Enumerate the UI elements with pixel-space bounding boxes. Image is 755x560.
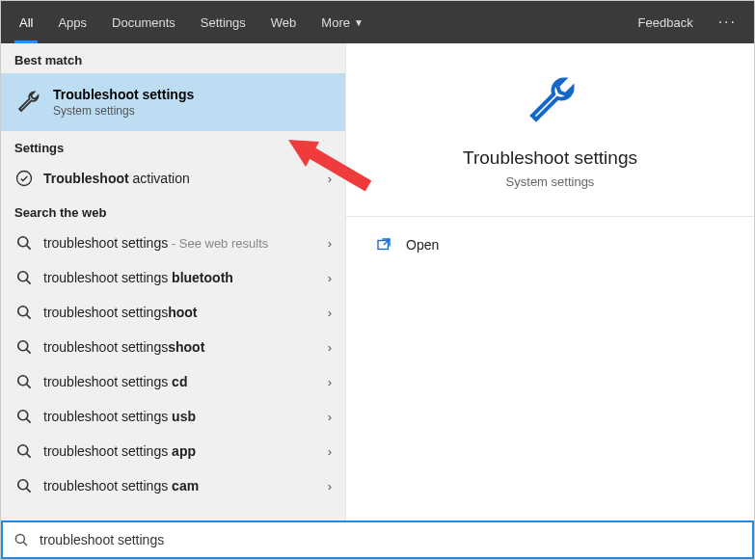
web-result-item[interactable]: troubleshoot settings cam› — [1, 468, 345, 503]
web-result-item[interactable]: troubleshoot settings cd› — [1, 364, 345, 399]
chevron-right-icon: › — [328, 340, 332, 355]
chevron-right-icon: › — [328, 410, 332, 424]
result-text: troubleshoot settings app — [43, 443, 328, 459]
tab-label: All — [19, 15, 33, 30]
svg-point-13 — [18, 445, 28, 455]
web-result-item[interactable]: troubleshoot settings bluetooth› — [1, 260, 345, 295]
tab-settings[interactable]: Settings — [188, 1, 258, 43]
web-result-item[interactable]: troubleshoot settingsshoot› — [1, 330, 345, 364]
search-icon — [14, 476, 34, 495]
chevron-down-icon: ▼ — [354, 17, 364, 28]
svg-line-8 — [27, 350, 31, 354]
tab-label: Web — [271, 15, 297, 30]
tab-label: Documents — [112, 15, 175, 30]
svg-line-10 — [27, 385, 31, 388]
svg-point-5 — [18, 307, 28, 316]
chevron-right-icon: › — [328, 306, 332, 320]
web-result-item[interactable]: troubleshoot settings app› — [1, 434, 345, 468]
chevron-right-icon: › — [328, 271, 332, 285]
svg-point-0 — [17, 172, 32, 186]
svg-line-2 — [27, 246, 31, 250]
result-text: troubleshoot settingshoot — [43, 305, 328, 320]
best-match-subtitle: System settings — [53, 104, 194, 118]
tab-more[interactable]: More▼ — [309, 1, 376, 43]
chevron-right-icon: › — [328, 375, 332, 389]
top-tab-bar: All Apps Documents Settings Web More▼ Fe… — [1, 1, 754, 43]
check-circle-icon — [14, 169, 34, 188]
web-result-item[interactable]: troubleshoot settings - See web results› — [1, 226, 345, 260]
search-icon — [14, 407, 34, 426]
settings-result-item[interactable]: Troubleshoot activation › — [1, 161, 345, 196]
result-text: troubleshoot settings usb — [43, 409, 328, 424]
preview-title: Troubleshoot settings — [365, 147, 735, 169]
svg-line-19 — [23, 542, 27, 546]
preview-panel: Troubleshoot settings System settings Op… — [345, 43, 754, 522]
section-settings: Settings — [1, 131, 345, 161]
svg-point-3 — [18, 272, 28, 281]
result-text: troubleshoot settings cam — [43, 478, 328, 493]
section-search-web: Search the web — [1, 196, 345, 226]
svg-line-12 — [27, 419, 31, 423]
result-text: troubleshoot settingsshoot — [43, 339, 328, 355]
search-icon — [14, 337, 34, 357]
search-icon — [14, 303, 34, 322]
search-icon — [14, 441, 34, 461]
search-icon — [14, 233, 34, 253]
web-result-item[interactable]: troubleshoot settings usb› — [1, 399, 345, 434]
wrench-icon — [522, 72, 580, 130]
result-text: troubleshoot settings cd — [43, 374, 328, 389]
results-panel: Best match Troubleshoot settings System … — [1, 43, 345, 522]
svg-line-16 — [27, 489, 31, 493]
tab-label: Settings — [201, 15, 246, 30]
tab-documents[interactable]: Documents — [99, 1, 188, 43]
best-match-title: Troubleshoot settings — [53, 87, 194, 102]
web-result-item[interactable]: troubleshoot settingshoot› — [1, 295, 345, 330]
search-icon — [14, 372, 34, 391]
svg-point-15 — [18, 480, 28, 490]
result-text: troubleshoot settings bluetooth — [43, 270, 328, 285]
chevron-right-icon: › — [328, 444, 332, 459]
open-action[interactable]: Open — [346, 217, 754, 273]
search-icon — [13, 531, 30, 548]
preview-subtitle: System settings — [365, 174, 735, 189]
result-text: troubleshoot settings - See web results — [43, 235, 328, 251]
svg-point-1 — [18, 237, 28, 247]
tab-web[interactable]: Web — [258, 1, 310, 43]
chevron-right-icon: › — [328, 236, 332, 251]
section-best-match: Best match — [1, 43, 345, 73]
more-options-icon[interactable]: ··· — [707, 13, 748, 31]
feedback-link[interactable]: Feedback — [625, 15, 707, 30]
svg-line-6 — [27, 315, 31, 319]
tab-label: More — [321, 15, 350, 30]
best-match-item[interactable]: Troubleshoot settings System settings — [1, 73, 345, 131]
svg-point-7 — [18, 341, 28, 351]
tab-label: Apps — [58, 15, 87, 30]
open-label: Open — [406, 237, 439, 253]
svg-point-9 — [18, 376, 28, 386]
svg-point-11 — [18, 411, 28, 420]
search-icon — [14, 268, 34, 287]
tab-all[interactable]: All — [7, 1, 45, 43]
chevron-right-icon: › — [328, 479, 332, 493]
search-bar[interactable] — [1, 520, 754, 559]
svg-line-4 — [27, 280, 31, 284]
tab-apps[interactable]: Apps — [45, 1, 99, 43]
search-input[interactable] — [40, 532, 742, 547]
wrench-icon — [14, 89, 41, 116]
svg-line-14 — [27, 454, 31, 458]
result-text: Troubleshoot activation — [43, 171, 328, 186]
chevron-right-icon: › — [328, 172, 332, 186]
svg-point-18 — [15, 534, 24, 543]
open-icon — [375, 236, 392, 253]
